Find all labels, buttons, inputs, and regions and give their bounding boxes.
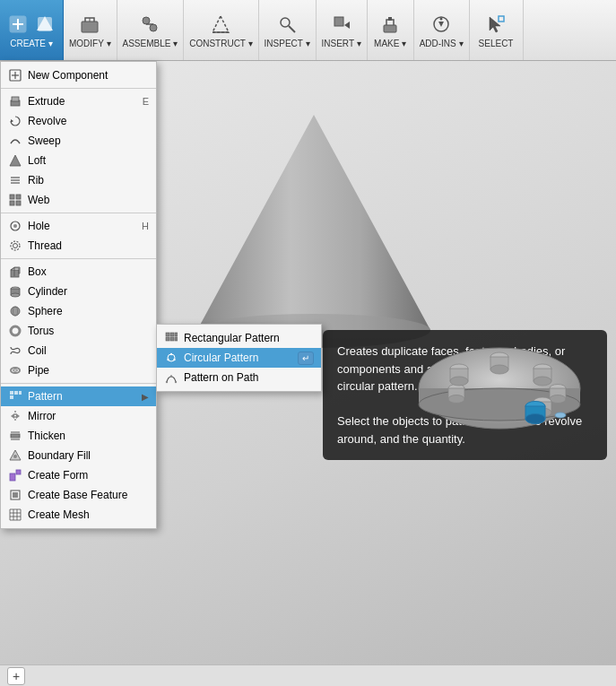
assemble-icon (137, 12, 162, 37)
svg-rect-28 (12, 97, 19, 101)
pattern-arrow: ▶ (142, 392, 149, 402)
svg-point-114 (555, 412, 566, 418)
svg-rect-34 (10, 195, 14, 199)
construct-icon (208, 12, 233, 37)
menu-boundary-fill[interactable]: Boundary Fill (1, 446, 156, 465)
menu-hole[interactable]: Hole H (1, 216, 156, 236)
insert-label: INSERT ▾ (322, 39, 361, 48)
svg-point-51 (11, 368, 20, 373)
svg-rect-78 (170, 333, 174, 336)
svg-marker-22 (197, 115, 430, 330)
cylinder-icon (8, 284, 22, 299)
menu-sweep[interactable]: Sweep (1, 131, 156, 151)
svg-rect-82 (175, 337, 178, 341)
svg-point-113 (525, 414, 545, 424)
toolbar-create[interactable]: CREATE ▾ (0, 0, 64, 60)
boundary-fill-label: Boundary Fill (28, 449, 149, 462)
svg-rect-68 (13, 492, 18, 498)
toolbar-make[interactable]: MAKE ▾ (368, 0, 414, 60)
menu-revolve[interactable]: Revolve (1, 111, 156, 131)
svg-rect-14 (334, 17, 343, 26)
rectangular-pattern-icon (164, 331, 178, 345)
toolbar-inspect[interactable]: INSPECT ▾ (259, 0, 317, 60)
rectangular-pattern-label: Rectangular Pattern (184, 332, 314, 344)
menu-create-form[interactable]: Create Form (1, 465, 156, 485)
cylinder-label: Cylinder (28, 285, 149, 298)
menu-box[interactable]: Box (1, 262, 156, 282)
svg-rect-53 (10, 391, 13, 395)
divider4 (1, 383, 156, 384)
extrude-label: Extrude (28, 95, 135, 108)
menu-create-mesh[interactable]: Create Mesh (1, 505, 156, 525)
menu-thicken[interactable]: Thicken (1, 426, 156, 446)
svg-rect-65 (10, 473, 15, 481)
bottom-bar: + (0, 664, 616, 686)
svg-point-110 (450, 377, 468, 386)
svg-rect-81 (170, 337, 174, 341)
svg-point-95 (490, 365, 508, 374)
menu-cylinder[interactable]: Cylinder (1, 282, 156, 301)
toolbar: CREATE ▾ MODIFY ▾ (0, 0, 616, 61)
menu-new-component[interactable]: New Component (1, 65, 156, 85)
create-label: CREATE ▾ (10, 39, 53, 48)
modify-icon (77, 12, 102, 37)
toolbar-assemble[interactable]: ASSEMBLE ▾ (117, 0, 185, 60)
toolbar-select[interactable]: SELECT (470, 0, 524, 60)
svg-rect-17 (388, 17, 392, 21)
create-form-icon (8, 468, 22, 482)
svg-rect-77 (166, 333, 169, 336)
pipe-label: Pipe (28, 364, 149, 377)
create-mesh-label: Create Mesh (28, 508, 149, 521)
svg-point-47 (11, 293, 20, 297)
pattern-on-path-label: Pattern on Path (184, 371, 314, 384)
menu-sphere[interactable]: Sphere (1, 301, 156, 321)
svg-rect-16 (384, 25, 396, 32)
enter-key-badge: ↵ (298, 352, 314, 365)
svg-rect-35 (16, 195, 21, 199)
pattern-submenu: Rectangular Pattern Circular Pattern ↵ P… (156, 324, 322, 392)
new-component-label: New Component (28, 69, 149, 82)
hole-shortcut: H (142, 221, 149, 231)
select-icon (483, 12, 508, 37)
sweep-label: Sweep (28, 135, 149, 147)
svg-point-50 (11, 326, 20, 335)
svg-point-98 (534, 377, 551, 386)
toolbar-addins[interactable]: ADD-INS ▾ (414, 0, 470, 60)
submenu-pattern-on-path[interactable]: Pattern on Path (157, 368, 321, 387)
menu-coil[interactable]: Coil (1, 341, 156, 360)
menu-pipe[interactable]: Pipe (1, 360, 156, 380)
toolbar-construct[interactable]: CONSTRUCT ▾ (184, 0, 258, 60)
menu-pattern[interactable]: Pattern ▶ (1, 386, 156, 406)
assemble-label: ASSEMBLE ▾ (123, 39, 178, 48)
menu-extrude[interactable]: Extrude E (1, 91, 156, 111)
enter-badge-container: ↵ (294, 352, 314, 365)
submenu-rectangular-pattern[interactable]: Rectangular Pattern (157, 328, 321, 348)
svg-rect-80 (166, 337, 169, 341)
menu-web[interactable]: Web (1, 190, 156, 210)
svg-point-41 (13, 244, 18, 248)
svg-rect-54 (14, 391, 18, 395)
modify-label: MODIFY ▾ (69, 39, 111, 48)
addins-icon (429, 12, 454, 37)
thicken-label: Thicken (28, 430, 149, 442)
submenu-circular-pattern[interactable]: Circular Pattern ↵ (157, 348, 321, 368)
svg-point-64 (13, 455, 17, 458)
menu-torus[interactable]: Torus (1, 321, 156, 341)
menu-thread[interactable]: Thread (1, 236, 156, 256)
thread-icon (8, 239, 22, 253)
circular-pattern-label: Circular Pattern (184, 352, 294, 364)
loft-label: Loft (28, 154, 149, 167)
menu-create-base-feature[interactable]: Create Base Feature (1, 485, 156, 505)
menu-mirror[interactable]: Mirror (1, 406, 156, 426)
zoom-plus-button[interactable]: + (7, 667, 25, 685)
svg-marker-30 (10, 155, 21, 166)
svg-point-84 (170, 353, 172, 355)
svg-marker-59 (16, 413, 20, 419)
svg-rect-55 (19, 391, 22, 395)
toolbar-modify[interactable]: MODIFY ▾ (64, 0, 117, 60)
menu-rib[interactable]: Rib (1, 170, 156, 190)
hole-icon (8, 219, 22, 233)
svg-point-48 (11, 307, 20, 316)
toolbar-insert[interactable]: INSERT ▾ (317, 0, 368, 60)
menu-loft[interactable]: Loft (1, 151, 156, 170)
